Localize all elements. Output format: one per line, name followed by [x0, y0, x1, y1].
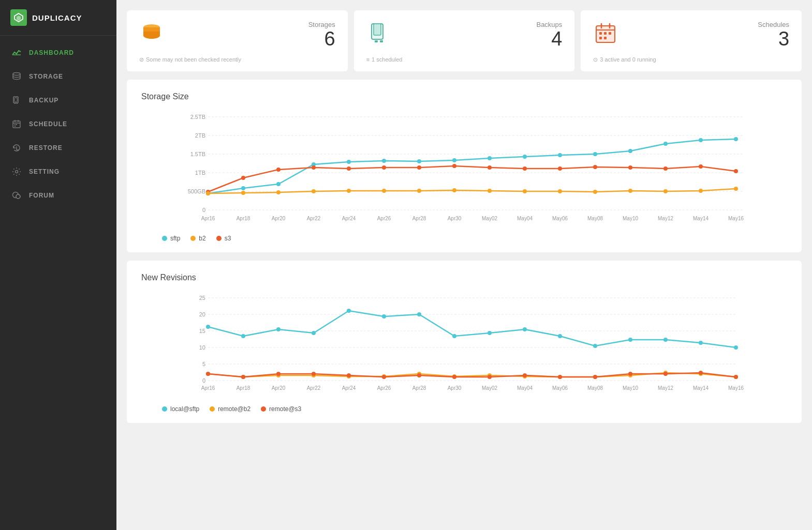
- svg-point-70: [452, 158, 456, 162]
- svg-point-85: [417, 165, 421, 170]
- svg-point-146: [452, 334, 456, 338]
- svg-point-96: [241, 191, 245, 195]
- backups-value: 4: [402, 28, 563, 50]
- svg-point-108: [663, 189, 668, 193]
- svg-point-77: [699, 138, 703, 142]
- schedule-label: SCHEDULE: [29, 120, 67, 128]
- remote-b2-label: remote@b2: [218, 405, 250, 413]
- svg-text:Apr30: Apr30: [448, 385, 462, 391]
- svg-point-177: [417, 373, 421, 377]
- svg-point-142: [312, 331, 316, 335]
- sidebar-item-backup[interactable]: BACKUP: [0, 88, 116, 112]
- svg-point-76: [663, 142, 668, 146]
- svg-text:May10: May10: [623, 216, 638, 221]
- svg-point-104: [523, 189, 527, 193]
- svg-point-90: [593, 165, 597, 169]
- backup-icon: [11, 95, 22, 105]
- svg-rect-34: [604, 37, 607, 39]
- sftp-label: sftp: [170, 235, 180, 242]
- schedule-icon: [11, 119, 22, 129]
- local-sftp-dot: [162, 406, 167, 412]
- revisions-chart-panel: New Revisions 25 20 15 10 5 0 Apr16 Apr1…: [127, 261, 802, 423]
- svg-point-78: [734, 137, 738, 141]
- svg-point-103: [488, 189, 492, 193]
- svg-rect-25: [380, 40, 383, 42]
- svg-rect-23: [374, 24, 381, 35]
- setting-label: SETTING: [29, 168, 60, 175]
- remote-b2-dot: [210, 406, 215, 412]
- svg-text:May16: May16: [728, 216, 744, 221]
- svg-point-151: [628, 338, 632, 342]
- svg-text:25: 25: [199, 295, 205, 301]
- svg-point-86: [452, 164, 456, 168]
- svg-point-89: [558, 166, 562, 171]
- svg-rect-24: [375, 40, 378, 42]
- svg-point-178: [452, 375, 456, 379]
- svg-point-144: [382, 314, 386, 319]
- sidebar-item-setting[interactable]: SETTING: [0, 160, 116, 184]
- legend-remote-s3: remote@s3: [261, 405, 301, 413]
- svg-text:5: 5: [202, 361, 205, 367]
- svg-point-176: [382, 375, 386, 379]
- s3-label: s3: [225, 235, 231, 242]
- svg-point-82: [312, 165, 316, 170]
- backups-label: Backups: [402, 21, 563, 28]
- svg-point-75: [628, 149, 632, 153]
- storages-info: Storages 6: [174, 21, 335, 50]
- svg-point-80: [241, 176, 245, 180]
- svg-rect-14: [14, 126, 16, 127]
- sidebar-item-schedule[interactable]: SCHEDULE: [0, 112, 116, 136]
- svg-text:May16: May16: [728, 385, 744, 391]
- svg-text:May02: May02: [482, 216, 497, 221]
- svg-text:May06: May06: [552, 216, 568, 221]
- svg-text:May02: May02: [482, 385, 497, 391]
- legend-b2: b2: [190, 235, 205, 242]
- storage-label: STORAGE: [29, 73, 63, 80]
- sidebar-item-dashboard[interactable]: DASHBOARD: [0, 41, 116, 65]
- svg-point-98: [312, 189, 316, 193]
- svg-point-149: [558, 334, 562, 338]
- svg-text:May04: May04: [517, 216, 533, 221]
- svg-text:May10: May10: [623, 385, 638, 391]
- sidebar-item-forum[interactable]: FORUM: [0, 184, 116, 207]
- remote-s3-label: remote@s3: [269, 405, 301, 413]
- svg-text:15: 15: [199, 328, 205, 334]
- svg-point-73: [558, 153, 562, 157]
- sidebar-item-storage[interactable]: STORAGE: [0, 65, 116, 88]
- revisions-chart-legend: local@sftp remote@b2 remote@s3: [141, 405, 787, 413]
- svg-point-148: [523, 327, 527, 331]
- svg-point-172: [241, 375, 245, 379]
- svg-rect-32: [609, 32, 611, 35]
- svg-rect-12: [14, 124, 16, 125]
- storage-chart-title: Storage Size: [141, 92, 787, 101]
- svg-text:0: 0: [202, 207, 205, 213]
- svg-text:2TB: 2TB: [195, 132, 205, 139]
- svg-point-91: [628, 165, 632, 170]
- sidebar-nav: DASHBOARD STORAGE BACKUP: [0, 36, 116, 530]
- backups-sub: ≡ 1 scheduled: [366, 56, 563, 63]
- svg-text:Apr26: Apr26: [377, 385, 391, 391]
- remote-s3-dot: [261, 406, 266, 412]
- b2-dot: [190, 236, 196, 241]
- svg-point-17: [16, 171, 18, 173]
- revisions-chart-title: New Revisions: [141, 273, 787, 282]
- sidebar: DUPLICACY DASHBOARD STORAGE: [0, 0, 116, 530]
- app-name: DUPLICACY: [32, 13, 82, 22]
- svg-point-71: [488, 156, 492, 160]
- svg-rect-13: [16, 124, 17, 125]
- svg-point-67: [347, 160, 351, 164]
- svg-text:2.5TB: 2.5TB: [190, 114, 205, 120]
- storages-value: 6: [174, 28, 335, 50]
- svg-point-95: [206, 191, 210, 195]
- storages-sub: ⊘ Some may not been checked recently: [139, 56, 335, 63]
- svg-point-153: [699, 341, 703, 345]
- restore-label: RESTORE: [29, 144, 63, 152]
- svg-point-185: [699, 371, 703, 375]
- svg-text:Apr28: Apr28: [412, 216, 426, 221]
- svg-text:Apr20: Apr20: [272, 385, 286, 391]
- svg-point-139: [206, 325, 210, 329]
- s3-dot: [216, 236, 222, 241]
- svg-point-110: [734, 187, 738, 191]
- sidebar-item-restore[interactable]: RESTORE: [0, 136, 116, 160]
- svg-point-3: [13, 73, 20, 75]
